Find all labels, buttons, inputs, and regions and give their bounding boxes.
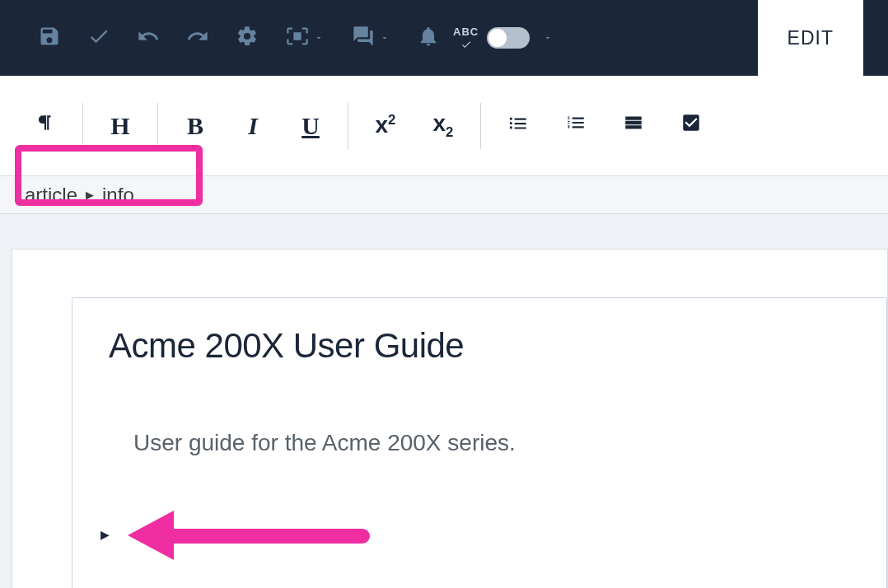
- numbered-list-button[interactable]: [547, 97, 605, 155]
- toolbar-edge: [863, 0, 872, 76]
- checklist-button[interactable]: [662, 97, 720, 155]
- spellcheck-label: ABC: [453, 26, 479, 50]
- paragraph-button[interactable]: [16, 97, 74, 155]
- bullet-list-icon: [507, 112, 529, 139]
- comments-icon: [352, 25, 375, 51]
- underline-button[interactable]: U: [282, 97, 339, 155]
- done-button[interactable]: [74, 13, 124, 63]
- italic-button[interactable]: I: [224, 97, 282, 155]
- editor-area: Acme 200X User Guide User guide for the …: [0, 214, 888, 588]
- separator: [348, 103, 348, 149]
- expand-triangle-icon[interactable]: ▶: [100, 528, 110, 541]
- spellcheck-toggle-group[interactable]: ABC: [453, 13, 553, 63]
- document-title[interactable]: Acme 200X User Guide: [109, 326, 850, 366]
- separator: [480, 103, 481, 149]
- document-subtitle[interactable]: User guide for the Acme 200X series.: [133, 430, 850, 456]
- comments-dropdown[interactable]: [338, 13, 404, 63]
- spellcheck-toggle[interactable]: [487, 27, 530, 49]
- undo-button[interactable]: [124, 13, 173, 63]
- document-paper[interactable]: Acme 200X User Guide User guide for the …: [12, 249, 888, 588]
- notifications-button[interactable]: [404, 13, 453, 63]
- layout-icon: [286, 25, 309, 51]
- superscript-button[interactable]: x2: [357, 97, 414, 155]
- undo-icon: [137, 25, 160, 51]
- expand-row: ▶: [100, 514, 850, 555]
- breadcrumb-item[interactable]: article: [25, 184, 77, 207]
- separator: [82, 103, 83, 149]
- breadcrumb-bar: article ▶ info: [0, 176, 888, 214]
- breadcrumb-item[interactable]: info: [102, 184, 134, 207]
- chevron-down-icon: [380, 33, 390, 43]
- block-list-button[interactable]: [605, 97, 662, 155]
- bold-button[interactable]: B: [166, 97, 224, 155]
- chevron-down-icon: [314, 33, 324, 43]
- save-icon: [38, 25, 61, 51]
- chevron-right-icon: ▶: [86, 189, 94, 201]
- block-list-icon: [623, 112, 644, 139]
- bell-icon: [417, 25, 440, 51]
- annotation-arrow: [134, 514, 381, 555]
- heading-button[interactable]: H: [91, 97, 149, 155]
- bullet-list-button[interactable]: [489, 97, 547, 155]
- checklist-icon: [680, 112, 702, 139]
- info-element[interactable]: Acme 200X User Guide User guide for the …: [72, 297, 887, 588]
- redo-icon: [186, 25, 209, 51]
- settings-button[interactable]: [222, 13, 272, 63]
- chevron-down-icon: [543, 33, 553, 43]
- main-toolbar: ABC EDIT: [0, 0, 888, 76]
- gear-icon: [236, 25, 259, 51]
- layout-dropdown[interactable]: [272, 13, 338, 63]
- save-button[interactable]: [25, 13, 74, 63]
- edit-tab[interactable]: EDIT: [758, 0, 863, 76]
- format-toolbar: H B I U x2 x2: [0, 76, 888, 176]
- check-icon: [87, 25, 110, 51]
- pilcrow-icon: [35, 112, 56, 139]
- separator: [157, 103, 158, 149]
- redo-button[interactable]: [173, 13, 222, 63]
- subscript-button[interactable]: x2: [414, 97, 472, 155]
- numbered-list-icon: [565, 112, 587, 139]
